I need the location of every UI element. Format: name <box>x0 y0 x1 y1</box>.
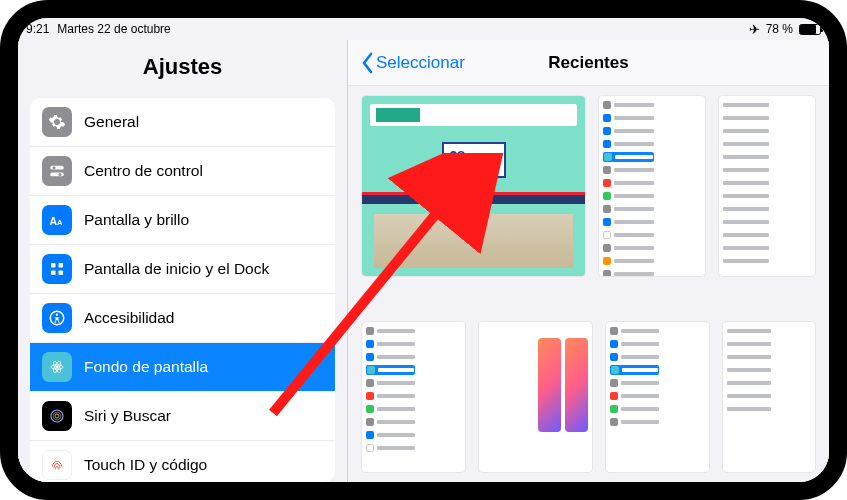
accessibility-icon <box>42 303 72 333</box>
sidebar-item-display[interactable]: AA Pantalla y brillo <box>30 196 335 245</box>
sidebar-item-label: Siri y Buscar <box>84 407 171 425</box>
sidebar-item-label: Pantalla y brillo <box>84 211 189 229</box>
wallpaper-thumb[interactable] <box>606 322 709 472</box>
sidebar-item-label: General <box>84 113 139 131</box>
wallpaper-thumb[interactable] <box>362 322 465 472</box>
svg-text:A: A <box>57 218 63 227</box>
detail-pane: Seleccionar Recientes 28 <box>348 40 829 482</box>
status-battery-pct: 78 % <box>766 22 793 36</box>
screen: 9:21 Martes 22 de octubre ✈︎ 78 % Ajuste… <box>18 18 829 482</box>
detail-title: Recientes <box>548 53 628 73</box>
svg-point-11 <box>56 313 58 315</box>
back-label: Seleccionar <box>376 53 465 73</box>
back-button[interactable]: Seleccionar <box>360 52 465 74</box>
airplane-mode-icon: ✈︎ <box>749 22 760 37</box>
battery-icon <box>799 24 821 35</box>
svg-point-18 <box>55 414 59 418</box>
chevron-left-icon <box>360 52 374 74</box>
thumb-years: 28 <box>450 148 466 164</box>
wallpaper-grid: 28 <box>348 86 829 322</box>
svg-rect-0 <box>50 166 64 170</box>
sidebar-item-wallpaper[interactable]: Fondo de pantalla <box>30 343 335 392</box>
sidebar-item-label: Centro de control <box>84 162 203 180</box>
svg-point-12 <box>56 366 59 369</box>
wallpaper-thumb[interactable] <box>719 96 815 276</box>
wallpaper-thumb[interactable] <box>479 322 592 472</box>
svg-point-2 <box>53 166 56 169</box>
gear-icon <box>42 107 72 137</box>
sidebar-item-label: Pantalla de inicio y el Dock <box>84 260 269 278</box>
svg-rect-6 <box>51 263 56 268</box>
toggles-icon <box>42 156 72 186</box>
svg-rect-8 <box>51 271 56 276</box>
sidebar-item-control-center[interactable]: Centro de control <box>30 147 335 196</box>
touchid-icon <box>42 450 72 480</box>
ipad-frame: 9:21 Martes 22 de octubre ✈︎ 78 % Ajuste… <box>0 0 847 500</box>
siri-icon <box>42 401 72 431</box>
wallpaper-grid-row2 <box>348 322 829 482</box>
svg-rect-7 <box>59 263 64 268</box>
text-size-icon: AA <box>42 205 72 235</box>
grid-icon <box>42 254 72 284</box>
sidebar-item-touchid[interactable]: Touch ID y código <box>30 441 335 482</box>
status-time: 9:21 <box>26 22 49 36</box>
sidebar-title: Ajustes <box>18 40 347 90</box>
wallpaper-thumb[interactable] <box>723 322 815 472</box>
svg-rect-1 <box>50 173 64 177</box>
sidebar-item-label: Touch ID y código <box>84 456 207 474</box>
flower-icon <box>42 352 72 382</box>
sidebar-item-siri[interactable]: Siri y Buscar <box>30 392 335 441</box>
svg-point-3 <box>59 173 62 176</box>
sidebar-item-general[interactable]: General <box>30 98 335 147</box>
sidebar-item-label: Accesibilidad <box>84 309 174 327</box>
wallpaper-thumb[interactable]: 28 <box>362 96 585 276</box>
settings-list: General Centro de control AA Pantalla y … <box>30 98 335 482</box>
status-bar: 9:21 Martes 22 de octubre ✈︎ 78 % <box>18 18 829 40</box>
wallpaper-thumb[interactable] <box>599 96 705 276</box>
sidebar-item-home-screen[interactable]: Pantalla de inicio y el Dock <box>30 245 335 294</box>
settings-sidebar: Ajustes General Centro de control <box>18 40 348 482</box>
svg-point-17 <box>53 412 61 420</box>
detail-navbar: Seleccionar Recientes <box>348 40 829 86</box>
status-date: Martes 22 de octubre <box>57 22 170 36</box>
sidebar-item-label: Fondo de pantalla <box>84 358 208 376</box>
sidebar-item-accessibility[interactable]: Accesibilidad <box>30 294 335 343</box>
svg-rect-9 <box>59 271 64 276</box>
